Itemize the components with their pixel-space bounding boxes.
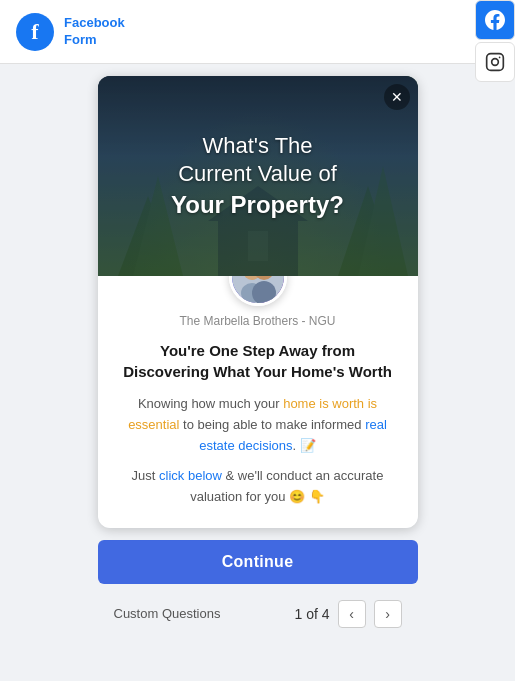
hero-text-block: What's The Current Value of Your Propert… [151,112,364,240]
body1-knowing: Knowing how much your [138,396,283,411]
hero-image: What's The Current Value of Your Propert… [98,76,418,276]
svg-point-1 [492,59,499,66]
card-title: You're One Step Away from Discovering Wh… [118,340,398,382]
custom-questions-label: Custom Questions [114,606,221,621]
hero-title-line1: What's The [171,132,344,161]
facebook-icon-button[interactable] [475,0,515,40]
svg-point-2 [499,57,501,59]
page-indicator: 1 of 4 [294,606,329,622]
card-body-1: Knowing how much your home is worth is e… [118,394,398,456]
footer: Custom Questions 1 of 4 ‹ › [98,590,418,638]
prev-page-button[interactable]: ‹ [338,600,366,628]
body2-just: Just [132,468,159,483]
agent-name: The Marbella Brothers - NGU [179,314,335,328]
card-body-2: Just click below & we'll conduct an accu… [118,466,398,508]
body1-period: . 📝 [293,438,316,453]
hero-title-line2: Current Value of [171,160,344,189]
header-text-block: Facebook Form [64,15,125,49]
next-page-button[interactable]: › [374,600,402,628]
facebook-logo: f [16,13,54,51]
pagination-controls: 1 of 4 ‹ › [294,600,401,628]
close-button[interactable]: ✕ [384,84,410,110]
hero-card: What's The Current Value of Your Propert… [98,76,418,528]
app-header: f Facebook Form [0,0,515,64]
white-content-card: The Marbella Brothers - NGU You're One S… [98,276,418,528]
body2-click-below: click below [159,468,222,483]
hero-title-bold: Your Property? [171,189,344,220]
right-icon-panel [475,0,515,82]
svg-rect-0 [487,54,504,71]
form-label: Form [64,32,125,49]
main-content: What's The Current Value of Your Propert… [0,64,515,648]
fb-letter: f [31,21,38,43]
body1-to: to being able to make informed [179,417,365,432]
facebook-label: Facebook [64,15,125,32]
instagram-icon-button[interactable] [475,42,515,82]
continue-button[interactable]: Continue [98,540,418,584]
close-icon: ✕ [391,89,403,105]
